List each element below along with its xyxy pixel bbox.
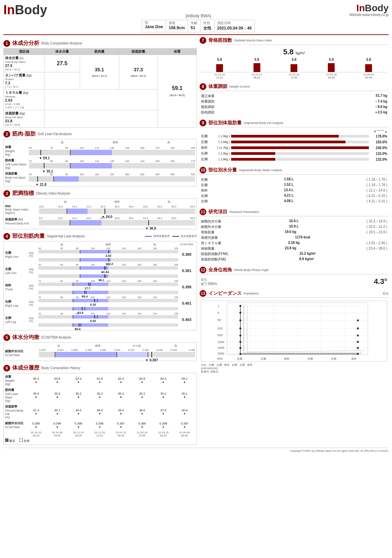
section2-title: 2 筋肉-脂肪 Soft Lean-Fat Analysis [3,130,197,138]
checkbox-recent[interactable]: 最近 [5,438,15,443]
section11-num: 11 [200,209,206,215]
height-value: 156.9cm [169,25,185,30]
section4-title: 4 部位別筋肉量 Segmental Lean Analysis 標準体重基準 … [3,233,197,240]
rp-row6: 体細胞量 23.8 kg ( 23.4～28.6 ) [201,246,387,251]
section3-num: 3 [3,190,10,197]
rp-row5: 骨ミネラル量 2.18 kg ( 2.01～2.45 ) [201,241,387,246]
hist-weight-6: 60.9● [139,377,145,384]
svg-text:体幹: 体幹 [351,357,357,360]
section7-num: 7 [200,37,206,44]
date-value: 2021.05.04 09：46 [217,25,252,31]
gender-value: 女性 [203,25,211,31]
section6-title: 6 体成分履歴 Body Composition History [3,364,197,372]
section11-title-en: Research Parameters [229,210,259,214]
section3-title-en: Obesity Index Analysis [36,192,70,195]
s9-right-leg: 右脚 ( 2.9kg ) 132.0% [201,151,387,156]
section12-num: 12 [200,267,206,273]
wc-row4: 筋肉調節 ＋2.5 kg [201,110,387,115]
smi-current: 5.8 kg/m² [201,48,387,56]
section10-num: 10 [200,167,206,174]
section10: 10 部位別水分量 Segmental Body Water Analysis … [200,167,389,206]
section11-title: 11 研究項目 Research Parameters [200,209,389,216]
hist-ecw-8: 0.397● [181,422,188,429]
history-slm: 筋肉量 Soft Lean Mass (kg) 35.6● 35.5● 35.2… [5,388,195,402]
section5-title-jp: 体水分均衡 [12,334,39,341]
hist-bfp-6: 38.6● [139,409,145,415]
s9-trunk: 体幹 ( 11.7kg ) 240.0% [201,145,387,150]
s9-header: ▼ ▲ [201,130,387,133]
section12-title-en: Whole Body Phase Angle [234,268,269,272]
hist-ecw-7: 0.398● [160,422,167,429]
hist-bfp-1: 41.3● [33,409,39,415]
section2-content: 低 標準 高 体重 Weight (kg) 55 70 8 [3,139,197,186]
s12-value: 4.3° [374,277,387,286]
s9-left-arm: 左腕 ( 1.6kg ) 183.0% [201,140,387,144]
logo-left: InBody [3,3,47,16]
s4-right-arm: 右腕 Right Arm (kg)(%) 40 60 80 100 120 14… [5,247,195,262]
s5-ecw-row: 細胞外水分比 ECW/TBW 0.320 0.340 0.360 0.380 0… [5,348,195,357]
svg-point-25 [239,319,241,321]
hist-ecw-4: 0.396● [96,422,104,429]
row-label-water: 体水分量 (L) Total Body Water 27.5 (26.3～32.… [4,55,44,72]
section11-content: 細胞内水分量 16.6 L ( 16.3～19.9 ) 細胞外水分量 10.9 … [200,218,389,264]
s12-near-label: 近位 [201,277,217,282]
rp-row2: 細胞外水分量 10.9 L ( 10.0～12.2 ) [201,224,387,229]
section5-num: 5 [3,334,10,341]
checkbox-all[interactable]: 全体 [19,438,30,443]
hist-bfp-8: 36.9● [182,409,188,415]
section10-title-en: Segmental Body Water Analysis [239,168,282,172]
hist-slm-5: 35.3● [118,392,124,399]
section1-title-en: Body Composition Analysis [41,41,82,45]
svg-point-36 [357,319,359,321]
s2-slm-bar: 70 80 90 100 110 120 130 140 150 160 170 [29,160,195,168]
hist-bfp-3: 39.2● [75,409,81,415]
svg-text:50: 50 [218,318,221,322]
wc-label3: 脂肪調節 [201,105,214,109]
hist-weight-3: 62.4● [75,377,81,384]
section10-content: 右腕 1.58 L ( 1.18～1.78 ) 左腕 1.52 L ( 1.18… [200,176,389,206]
section8-title: 8 体重調節 Weight Control [200,83,389,91]
section13-title-en: Impedance [244,292,259,295]
hist-ecw-5: 0.397● [117,422,125,429]
composition-table: 測定値 体水分量 筋肉量 除脂肪量 体重 体水分量 (L) Total Body… [3,48,197,128]
section8-title-en: Weight Control [229,85,249,88]
section11-title-jp: 研究項目 [208,209,227,215]
row-label-protein: タンパク質量 (kg) Protein 7.2 ( 7.0～8.6 ） [4,72,44,90]
logo-right: InBody Website:www.inbody.co.jp [350,3,389,17]
svg-text:5: 5 [218,311,219,314]
rp-row7: 除脂肪指数(FFMI) 15.2 kg/m² [201,252,387,256]
rp-row8: 体脂肪指数(FMI) 8.9 kg/m² [201,257,387,262]
row-label-fat: 体脂肪量 (kg) Body Fat Mass 21.8 (10.3～16.5) [4,110,44,128]
section2-title-jp: 筋肉-脂肪 [12,130,36,138]
hist-slm-1: 35.6● [33,392,39,399]
wc-val3: －9.9 kg [374,105,387,109]
s4-header: 低 標準 高 ECW/TBW [5,243,195,247]
bwa-label: [InBody BWA] [186,14,211,18]
s3-bfp-row: 体脂肪率 (%) Percent Body Fat 8.0 13.0 18.0 … [5,217,195,226]
s2-weight-bar: 55 70 85 100 115 130 145 160 175 190 205 [29,146,195,155]
section1-title-jp: 体成分分析 [12,40,39,47]
s2-fat-row: 体脂肪量 Body Fat Mass (kg) 40 60 80 100 160… [5,172,195,183]
svg-text:3000: 3000 [218,352,224,355]
section13-title-jp: インピーダンス [208,290,242,296]
col-measured: 測定値 [4,49,44,55]
s13-bottom: Z(Ω) 右腕 左腕 体幹 右脚 左脚 体幹 [000/000/000] 装着式… [201,363,387,374]
svg-text:左脚: 左脚 [331,357,336,360]
section9-content: ▼ ▲ 右腕 ( 1.5kg ) 178.0% 左腕 ( 1.6 [200,129,389,164]
svg-point-34 [357,335,359,337]
svg-point-33 [357,341,359,343]
hist-weight-4: 61.8● [97,377,103,384]
section2-header: 低 標準 高 [5,141,195,144]
section5-title-en: ECW/TBW Analysis [41,336,71,339]
section7: 7 骨格筋指数 Skeletal Muscle Mass Index 5.8 k… [200,37,389,80]
height-label: 身長 [169,21,185,25]
smi-content: 5.8 kg/m² 5.85.95.85.95.8 [200,46,389,80]
section4-title-en: Segmental Lean Analysis [47,234,85,238]
section8-num: 8 [200,83,206,90]
wc-row3: 脂肪調節 －9.9 kg [201,105,387,109]
main-content: 1 体成分分析 Body Composition Analysis 測定値 体水… [3,37,389,445]
section13-num: 13 [200,290,206,297]
section9-title-en: Segmental Body Fat Analysis [244,121,283,125]
history-ecw: 細胞外水分比 ECW/TBW 0.399● 0.398● 0.396● 0.39… [5,421,195,429]
wc-val1: 51.7 kg [376,94,387,98]
